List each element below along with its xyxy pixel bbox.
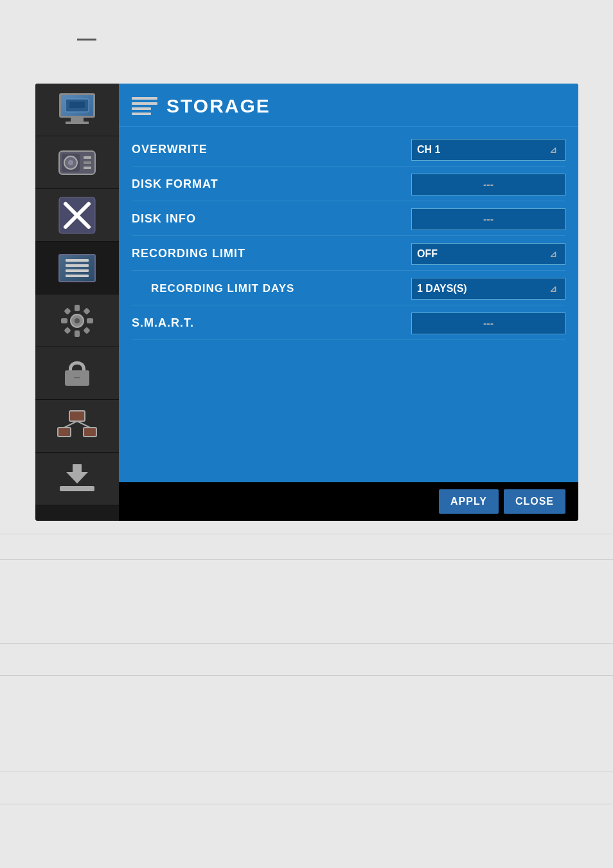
svg-rect-29 [73, 464, 82, 476]
disk-format-label: DISK FORMAT [132, 177, 411, 191]
lock-icon [55, 354, 100, 393]
hr-line-1 [0, 534, 613, 534]
sidebar-item-hdd[interactable] [35, 136, 119, 189]
overwrite-dropdown-arrow: ⊿ [547, 143, 560, 156]
setting-row-disk-info: DISK INFO --- [132, 203, 565, 236]
smart-value-text: --- [483, 318, 493, 329]
hr-line-4 [0, 675, 613, 676]
download-icon [55, 460, 100, 498]
svg-rect-6 [84, 156, 91, 159]
svg-rect-16 [61, 318, 67, 323]
sidebar-item-monitor[interactable] [35, 84, 119, 136]
setting-row-disk-format: DISK FORMAT --- [132, 168, 565, 201]
content-header: STORAGE [119, 84, 578, 127]
svg-rect-27 [60, 486, 94, 491]
main-content: STORAGE OVERWRITE CH 1 ⊿ DISK FORMAT --- [119, 84, 578, 521]
disk-info-value-text: --- [483, 213, 493, 225]
header-icon-line4 [132, 113, 151, 115]
svg-rect-20 [64, 327, 71, 334]
overwrite-value[interactable]: CH 1 ⊿ [411, 139, 565, 161]
settings-body: OVERWRITE CH 1 ⊿ DISK FORMAT --- DISK IN… [119, 127, 578, 482]
setting-row-recording-limit: RECORDING LIMIT OFF ⊿ [132, 237, 565, 271]
recording-limit-value[interactable]: OFF ⊿ [411, 243, 565, 265]
disk-format-value[interactable]: --- [411, 174, 565, 195]
setting-row-overwrite: OVERWRITE CH 1 ⊿ [132, 133, 565, 167]
header-icon-line1 [132, 97, 157, 100]
hr-line-6 [0, 804, 613, 804]
network-icon [55, 407, 100, 446]
svg-rect-23 [58, 428, 71, 437]
svg-rect-14 [75, 305, 80, 311]
recording-limit-days-value-text: 1 DAYS(S) [417, 283, 467, 294]
svg-rect-21 [83, 327, 90, 334]
sidebar-item-settings[interactable] [35, 294, 119, 347]
overwrite-label: OVERWRITE [132, 143, 411, 156]
hdd-icon [55, 143, 100, 182]
page-title: STORAGE [166, 95, 271, 117]
main-dialog: STORAGE OVERWRITE CH 1 ⊿ DISK FORMAT --- [35, 84, 578, 521]
sidebar-item-network[interactable] [35, 400, 119, 453]
lines-icon [55, 249, 100, 287]
gear-icon [55, 302, 100, 340]
overwrite-value-text: CH 1 [417, 144, 440, 156]
setting-row-recording-limit-days: RECORDING LIMIT DAYS 1 DAYS(S) ⊿ [132, 272, 565, 305]
svg-line-25 [64, 421, 77, 428]
svg-rect-18 [64, 307, 71, 314]
disk-info-label: DISK INFO [132, 212, 411, 226]
svg-rect-7 [84, 161, 91, 164]
svg-rect-8 [84, 167, 91, 169]
svg-rect-1 [69, 102, 85, 108]
recording-limit-days-value[interactable]: 1 DAYS(S) ⊿ [411, 278, 565, 300]
sidebar [35, 84, 119, 521]
recording-limit-days-label: RECORDING LIMIT DAYS [132, 282, 411, 295]
x-icon [55, 196, 100, 235]
recording-limit-days-dropdown-arrow: ⊿ [547, 282, 560, 295]
hr-line-2 [0, 559, 613, 560]
svg-rect-22 [69, 411, 85, 421]
setting-row-smart: S.M.A.R.T. --- [132, 307, 565, 340]
disk-info-value[interactable]: --- [411, 208, 565, 230]
svg-rect-24 [84, 428, 96, 437]
recording-limit-label: RECORDING LIMIT [132, 247, 411, 260]
hr-line-5 [0, 772, 613, 772]
smart-value[interactable]: --- [411, 312, 565, 334]
svg-rect-19 [83, 307, 90, 314]
monitor-icon [55, 91, 100, 129]
sidebar-item-delete[interactable] [35, 189, 119, 242]
hr-line-3 [0, 643, 613, 644]
sidebar-item-storage[interactable] [35, 242, 119, 294]
svg-rect-15 [75, 330, 80, 337]
svg-rect-17 [87, 318, 93, 323]
svg-point-5 [68, 160, 73, 165]
apply-button[interactable]: APPLY [439, 489, 499, 514]
storage-header-icon [132, 97, 157, 115]
sidebar-item-lock[interactable] [35, 347, 119, 400]
header-icon-line2 [132, 102, 157, 105]
svg-point-13 [75, 318, 80, 323]
header-icon-line3 [132, 107, 151, 110]
minimize-bar [77, 39, 96, 41]
smart-label: S.M.A.R.T. [132, 316, 411, 330]
recording-limit-value-text: OFF [417, 248, 438, 260]
sidebar-item-download[interactable] [35, 453, 119, 505]
recording-limit-dropdown-arrow: ⊿ [547, 248, 560, 260]
disk-format-value-text: --- [483, 179, 493, 190]
bottom-bar: APPLY CLOSE [119, 482, 578, 521]
svg-line-26 [77, 421, 90, 428]
close-button[interactable]: CLOSE [504, 489, 565, 514]
